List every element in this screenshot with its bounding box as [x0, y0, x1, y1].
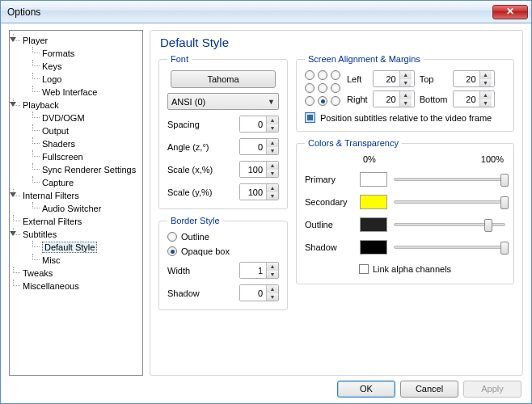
- up-icon[interactable]: ▲: [267, 116, 278, 124]
- tree-web-interface[interactable]: Web Interface: [32, 86, 141, 99]
- align-br[interactable]: [331, 96, 340, 106]
- align-bc[interactable]: [318, 96, 327, 106]
- width-input[interactable]: [240, 263, 266, 278]
- top-input[interactable]: [454, 71, 479, 86]
- angle-label: Angle (z,°): [167, 142, 209, 152]
- alignment-grid[interactable]: [305, 70, 342, 107]
- close-button[interactable]: ✕: [492, 5, 528, 19]
- tree-fullscreen[interactable]: Fullscreen: [32, 150, 141, 163]
- tree-logo[interactable]: Logo: [32, 73, 141, 86]
- scaley-input[interactable]: [240, 184, 266, 200]
- ok-button[interactable]: OK: [337, 381, 395, 398]
- down-icon[interactable]: ▼: [480, 79, 492, 87]
- slider-thumb[interactable]: [484, 219, 492, 232]
- tree-player[interactable]: Player Formats Keys Logo Web Interface: [13, 34, 141, 99]
- primary-label: Primary: [305, 175, 353, 184]
- down-icon[interactable]: ▼: [267, 192, 278, 200]
- tree-external-filters[interactable]: External Filters: [13, 215, 141, 228]
- tree-shaders[interactable]: Shaders: [32, 137, 141, 150]
- shadow-input[interactable]: [240, 285, 266, 301]
- align-ml[interactable]: [305, 83, 315, 93]
- left-input[interactable]: [374, 71, 399, 86]
- shadow-swatch[interactable]: [360, 240, 387, 255]
- align-tc[interactable]: [318, 70, 327, 80]
- nav-tree[interactable]: Player Formats Keys Logo Web Interface P…: [9, 30, 143, 376]
- scalex-input[interactable]: [240, 162, 266, 177]
- primary-swatch[interactable]: [360, 172, 387, 187]
- top-spinner[interactable]: ▲▼: [453, 70, 495, 87]
- primary-slider[interactable]: [394, 178, 505, 181]
- charset-combo[interactable]: ANSI (0) ▼: [167, 93, 279, 110]
- down-icon[interactable]: ▼: [267, 271, 278, 279]
- spacing-input[interactable]: [240, 116, 266, 132]
- dialog-buttons: OK Cancel Apply: [1, 377, 531, 400]
- outline-slider[interactable]: [394, 223, 505, 226]
- up-icon[interactable]: ▲: [400, 91, 412, 99]
- outline-radio[interactable]: Outline: [167, 232, 209, 242]
- slider-thumb[interactable]: [500, 242, 509, 255]
- link-alpha-check[interactable]: Link alpha channels: [359, 264, 451, 274]
- width-spinner[interactable]: ▲▼: [239, 262, 279, 279]
- down-icon[interactable]: ▼: [267, 124, 278, 133]
- down-icon[interactable]: ▼: [400, 79, 412, 87]
- left-spinner[interactable]: ▲▼: [373, 70, 415, 87]
- secondary-slider[interactable]: [394, 200, 505, 204]
- align-mc[interactable]: [318, 83, 327, 93]
- secondary-swatch[interactable]: [360, 195, 387, 209]
- slider-thumb[interactable]: [500, 196, 509, 209]
- align-tl[interactable]: [305, 70, 315, 80]
- right-input[interactable]: [374, 91, 399, 107]
- tree-subtitles[interactable]: Subtitles Default Style Misc: [13, 228, 141, 267]
- up-icon[interactable]: ▲: [267, 139, 278, 147]
- up-icon[interactable]: ▲: [267, 263, 278, 271]
- up-icon[interactable]: ▲: [480, 71, 492, 79]
- scaley-spinner[interactable]: ▲▼: [239, 183, 279, 200]
- up-icon[interactable]: ▲: [480, 91, 492, 99]
- up-icon[interactable]: ▲: [267, 285, 278, 293]
- align-tr[interactable]: [331, 70, 340, 80]
- tree-playback[interactable]: Playback DVD/OGM Output Shaders Fullscre…: [13, 99, 141, 189]
- apply-button[interactable]: Apply: [463, 381, 521, 398]
- chevron-down-icon: [10, 231, 16, 236]
- font-face-button[interactable]: Tahoma: [171, 70, 276, 88]
- colors-legend: Colors & Transparency: [305, 138, 402, 148]
- outline-swatch[interactable]: [360, 217, 387, 232]
- relative-position-check[interactable]: Position subtitles relative to the video…: [305, 112, 505, 123]
- down-icon[interactable]: ▼: [480, 99, 492, 107]
- tree-output[interactable]: Output: [32, 124, 141, 137]
- down-icon[interactable]: ▼: [400, 99, 412, 107]
- spacing-spinner[interactable]: ▲▼: [239, 116, 279, 133]
- font-group: Font Tahoma ANSI (0) ▼ Spacing ▲▼ Angle …: [158, 54, 288, 209]
- tree-tweaks[interactable]: Tweaks: [13, 267, 141, 280]
- tree-miscellaneous[interactable]: Miscellaneous: [13, 280, 141, 292]
- tree-internal-filters[interactable]: Internal Filters Audio Switcher: [13, 189, 141, 215]
- align-mr[interactable]: [331, 83, 340, 93]
- tree-sync[interactable]: Sync Renderer Settings: [32, 163, 141, 176]
- right-spinner[interactable]: ▲▼: [373, 90, 415, 107]
- slider-thumb[interactable]: [500, 174, 509, 187]
- angle-spinner[interactable]: ▲▼: [239, 138, 279, 155]
- scalex-spinner[interactable]: ▲▼: [239, 161, 279, 178]
- bottom-input[interactable]: [454, 91, 479, 107]
- tree-keys[interactable]: Keys: [32, 60, 141, 73]
- opaque-radio[interactable]: Opaque box: [167, 246, 230, 256]
- tree-misc[interactable]: Misc: [32, 254, 141, 267]
- tree-dvd[interactable]: DVD/OGM: [32, 112, 141, 124]
- up-icon[interactable]: ▲: [267, 184, 278, 192]
- shadowc-slider[interactable]: [394, 246, 505, 249]
- tree-default-style[interactable]: Default Style: [32, 241, 141, 254]
- down-icon[interactable]: ▼: [267, 147, 278, 155]
- cancel-button[interactable]: Cancel: [400, 381, 458, 398]
- tree-audio-switcher[interactable]: Audio Switcher: [32, 202, 141, 215]
- shadow-spinner[interactable]: ▲▼: [239, 284, 279, 301]
- tree-formats[interactable]: Formats: [32, 47, 141, 60]
- up-icon[interactable]: ▲: [267, 162, 278, 170]
- down-icon[interactable]: ▼: [267, 293, 278, 301]
- tree-capture[interactable]: Capture: [32, 176, 141, 189]
- down-icon[interactable]: ▼: [267, 170, 278, 178]
- titlebar: Options ✕: [1, 1, 531, 23]
- up-icon[interactable]: ▲: [400, 71, 412, 79]
- bottom-spinner[interactable]: ▲▼: [453, 90, 495, 107]
- align-bl[interactable]: [305, 96, 315, 106]
- angle-input[interactable]: [240, 139, 266, 154]
